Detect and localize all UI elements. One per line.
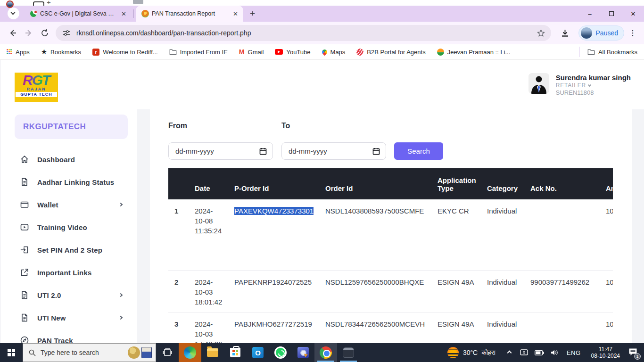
row-index: 1 [168, 199, 195, 270]
sidebar-item-training-video[interactable]: Training Video [0, 216, 137, 239]
search-button[interactable]: Search [394, 142, 443, 160]
table-row[interactable]: 2 2024- 10-03 18:01:42 PAPEKNRP192407252… [168, 270, 613, 312]
language-indicator[interactable]: ENG [567, 349, 581, 356]
new-tab-button[interactable]: + [250, 8, 255, 19]
calendar-icon[interactable] [372, 148, 380, 155]
reload-icon [41, 29, 49, 37]
back-button[interactable] [5, 25, 21, 41]
sidebar-item-uti-20[interactable]: UTI 2.0 [0, 284, 137, 306]
sidebar-item-set-pin[interactable]: Set PIN And 2 Step [0, 239, 137, 261]
reload-button[interactable] [37, 25, 53, 41]
transactions-table: Date P-Order Id Order Id Application Typ… [168, 168, 613, 343]
calendar-icon[interactable] [259, 148, 267, 155]
url-text[interactable]: rknsdl.onlinepsa.com/dashboard/pan-trans… [76, 29, 534, 37]
bookmark-youtube[interactable]: YouTube [275, 49, 310, 56]
bookmark-gmail[interactable]: M Gmail [239, 48, 264, 56]
tab-close-icon[interactable]: ✕ [231, 10, 239, 17]
b2b-icon [356, 49, 363, 56]
taskbar-search-box[interactable]: Type here to search [23, 343, 156, 362]
all-bookmarks-button[interactable]: All Bookmarks [579, 47, 637, 57]
bookmark-maps[interactable]: Maps [322, 49, 346, 56]
forward-button[interactable] [21, 25, 37, 41]
weather-widget[interactable]: 30°C कोहरा [447, 347, 495, 358]
taskbar-chrome-button[interactable] [314, 343, 337, 362]
sidebar-item-label: Aadhar Linking Status [37, 178, 114, 186]
sidebar-item-dashboard[interactable]: Dashboard [0, 148, 137, 171]
taskbar-whatsapp-button[interactable] [269, 343, 292, 362]
taskbar-dark-app-button[interactable] [337, 343, 360, 362]
gmail-icon: M [239, 48, 245, 56]
row-index: 3 [168, 312, 195, 343]
from-date-input[interactable]: dd-mm-yyyy [168, 142, 273, 160]
background-profile-avatar [6, 0, 14, 8]
tab-csc-egov[interactable]: CSC e-Gov | Digital Seva Portal ✕ [24, 6, 132, 22]
tab-pan-transaction-report[interactable]: PAN Transaction Report ✕ [136, 6, 243, 22]
brand-label: RKGUPTATECH [23, 122, 86, 132]
transactions-table-wrap[interactable]: Date P-Order Id Order Id Application Typ… [168, 168, 613, 343]
cell-p-order-id[interactable]: PAXEVKQW4723373301 [234, 199, 325, 270]
tab-search-button[interactable] [8, 8, 19, 19]
sidebar-item-uti-new[interactable]: UTI New [0, 306, 137, 329]
medal-box-icon[interactable] [141, 347, 152, 358]
start-button[interactable] [0, 343, 23, 362]
dark-app-icon [343, 347, 354, 358]
browser-menu-button[interactable]: ⋮ [627, 27, 638, 39]
task-view-button[interactable] [156, 343, 179, 362]
table-row[interactable]: 1 2024- 10-08 11:35:24 PAXEVKQW472337330… [168, 199, 613, 270]
sidebar-item-pan-track[interactable]: PAN Track [0, 329, 137, 343]
bookmark-b2b-portal[interactable]: B2B Portal for Agents [356, 49, 425, 56]
close-button[interactable]: ✕ [622, 6, 644, 22]
taskbar-media-app-button[interactable] [292, 343, 314, 362]
tray-cast-icon[interactable] [520, 349, 528, 356]
tab-close-icon[interactable]: ✕ [120, 10, 128, 17]
site-settings-icon[interactable] [61, 28, 72, 38]
compass-icon [20, 336, 29, 343]
bookmark-bookmarks[interactable]: ★ Bookmarks [41, 49, 81, 56]
address-bar[interactable]: rknsdl.onlinepsa.com/dashboard/pan-trans… [56, 25, 551, 41]
user-menu[interactable]: Surendra kumar singh RETAILER SUREN11808 [528, 73, 631, 97]
bookmark-rediff[interactable]: r Welcome to Rediff... [92, 49, 158, 56]
to-date-input[interactable]: dd-mm-yyyy [281, 142, 386, 160]
sidebar-item-wallet[interactable]: Wallet [0, 193, 137, 216]
notification-center-button[interactable]: 1 [628, 348, 637, 358]
sidebar-brand[interactable]: RKGUPTATECH [15, 115, 128, 139]
downloads-button[interactable] [557, 25, 574, 41]
browser-tabstrip: CSC e-Gov | Digital Seva Portal ✕ PAN Tr… [0, 6, 644, 22]
taskbar-edge-button[interactable] [179, 343, 201, 362]
browser-profile-button[interactable]: Paused [578, 25, 624, 41]
taskbar-store-button[interactable] [224, 343, 247, 362]
tray-overflow-chevron-icon[interactable] [507, 350, 512, 355]
pan-portal-icon [141, 10, 149, 17]
background-window-fragment [0, 0, 644, 6]
external-link-icon [20, 268, 29, 277]
logo-line1: RAJAN [15, 87, 58, 91]
nobel-medal-icon[interactable] [128, 346, 140, 359]
sidebar-item-aadhar-linking-status[interactable]: Aadhar Linking Status [0, 171, 137, 193]
selected-text[interactable]: PAXEVKQW4723373301 [234, 207, 314, 215]
bookmark-jeevan-pramaan[interactable]: Jeevan Pramaan :: Li... [437, 49, 511, 56]
bookmark-label: Imported From IE [180, 49, 228, 56]
bookmark-apps[interactable]: Apps [7, 49, 30, 56]
taskbar-file-explorer-button[interactable] [201, 343, 224, 362]
bookmark-imported-from-ie[interactable]: Imported From IE [169, 49, 228, 56]
cell-amount: 10 [606, 199, 613, 270]
whatsapp-icon [274, 346, 287, 359]
col-application-type: Application Type [438, 168, 487, 199]
forward-arrow-icon [25, 29, 33, 37]
sidebar-item-important-links[interactable]: Important Links [0, 261, 137, 284]
user-role[interactable]: RETAILER [556, 82, 631, 89]
maximize-button[interactable] [601, 6, 622, 22]
bookmark-star-icon[interactable] [534, 26, 548, 40]
windows-taskbar: Type here to search O 30°C कोहरा [0, 343, 644, 362]
all-bookmarks-label: All Bookmarks [598, 49, 637, 56]
taskbar-outlook-button[interactable]: O [247, 343, 269, 362]
cell-category: Individual [487, 312, 530, 343]
cell-date: 2024- 10-08 11:35:24 [195, 199, 234, 270]
csc-logo-icon [30, 10, 37, 17]
user-name: Surendra kumar singh [556, 74, 631, 82]
tray-volume-icon[interactable] [551, 349, 559, 356]
table-row[interactable]: 3 2024- 10-03 17:48:26 PABJKMHO627727251… [168, 312, 613, 343]
taskbar-clock[interactable]: 11:47 08-10-2024 [591, 346, 620, 359]
tray-battery-icon[interactable] [535, 350, 544, 355]
minimize-button[interactable]: – [579, 6, 601, 22]
